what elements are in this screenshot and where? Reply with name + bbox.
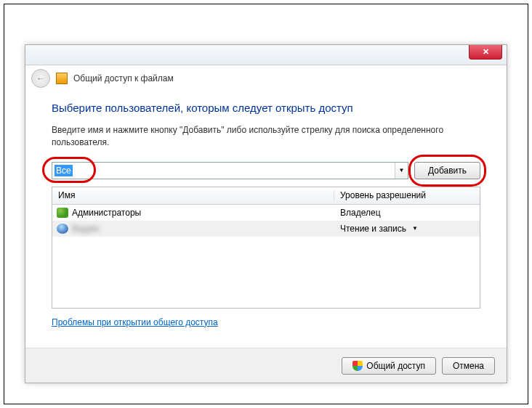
cancel-button[interactable]: Отмена — [442, 357, 495, 375]
chevron-down-icon: ▼ — [412, 225, 418, 232]
cell-name: Администраторы — [52, 208, 334, 218]
user-input-row: Все ▼ Добавить — [52, 162, 480, 179]
shield-icon — [352, 361, 363, 371]
instruction-text: Введите имя и нажмите кнопку "Добавить" … — [52, 124, 480, 149]
share-button[interactable]: Общий доступ — [342, 357, 436, 375]
header: ← Общий доступ к файлам — [25, 65, 507, 91]
combobox-selected-value: Все — [55, 165, 73, 176]
close-icon: ✕ — [483, 47, 489, 57]
permission-level: Чтение и запись — [340, 224, 406, 234]
close-button[interactable]: ✕ — [469, 45, 502, 60]
table-row[interactable]: Администраторы Владелец — [52, 205, 480, 221]
dropdown-arrow[interactable]: ▼ — [395, 163, 408, 179]
main-heading: Выберите пользователей, которым следует … — [52, 102, 480, 114]
user-input[interactable] — [52, 163, 395, 179]
content-area: Выберите пользователей, которым следует … — [25, 91, 507, 327]
back-arrow-icon: ← — [36, 73, 45, 83]
share-button-label: Общий доступ — [366, 361, 425, 371]
user-icon — [57, 224, 68, 234]
cell-permission: Владелец — [334, 208, 480, 218]
file-sharing-dialog: ✕ ← Общий доступ к файлам Выберите польз… — [25, 44, 507, 383]
help-link[interactable]: Проблемы при открытии общего доступа — [52, 317, 218, 327]
back-button[interactable]: ← — [31, 69, 50, 88]
column-header-permission[interactable]: Уровень разрешений — [334, 190, 480, 200]
user-combobox[interactable]: Все ▼ — [52, 162, 408, 179]
group-icon — [57, 208, 68, 218]
footer: Общий доступ Отмена — [25, 348, 507, 383]
user-name: Вадим — [72, 224, 99, 234]
chevron-down-icon: ▼ — [398, 167, 404, 174]
column-header-name[interactable]: Имя — [52, 190, 334, 200]
dialog-title: Общий доступ к файлам — [73, 73, 174, 83]
table-header: Имя Уровень разрешений — [52, 187, 480, 205]
permission-level: Владелец — [340, 208, 381, 218]
sharing-icon — [56, 73, 68, 84]
cell-permission[interactable]: Чтение и запись ▼ — [334, 224, 480, 234]
users-table: Имя Уровень разрешений Администраторы Вл… — [52, 187, 480, 309]
user-name: Администраторы — [72, 208, 141, 218]
titlebar: ✕ — [25, 45, 507, 65]
table-row[interactable]: Вадим Чтение и запись ▼ — [52, 221, 480, 237]
add-button[interactable]: Добавить — [414, 162, 480, 179]
cell-name: Вадим — [52, 224, 334, 234]
